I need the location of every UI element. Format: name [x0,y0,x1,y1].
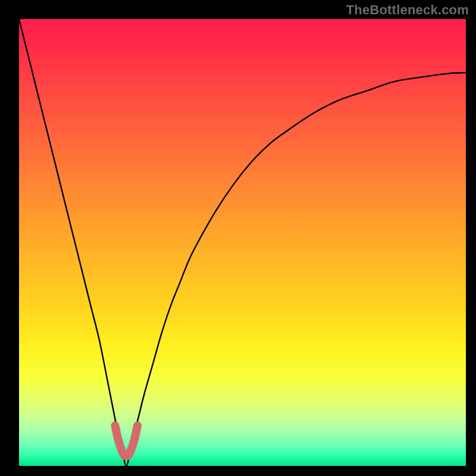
chart-svg [19,19,466,466]
watermark-text: TheBottleneck.com [346,2,469,18]
outer-frame: TheBottleneck.com [0,0,476,476]
plot-area [19,19,466,466]
gradient-background [19,19,466,466]
